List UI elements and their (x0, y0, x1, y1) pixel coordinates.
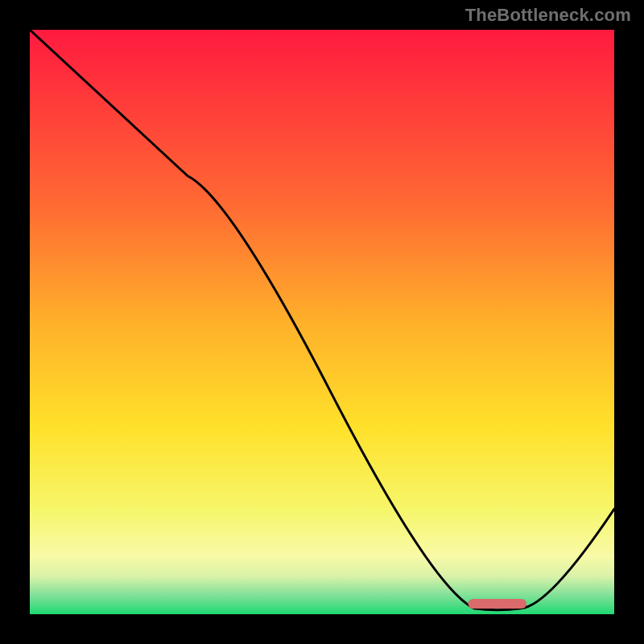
attribution-text: TheBottleneck.com (465, 5, 631, 26)
chart-frame: TheBottleneck.com (0, 0, 644, 644)
plot-area (30, 30, 614, 614)
chart-svg (30, 30, 614, 614)
gradient-background (30, 30, 614, 614)
optimal-range-marker (469, 599, 527, 609)
